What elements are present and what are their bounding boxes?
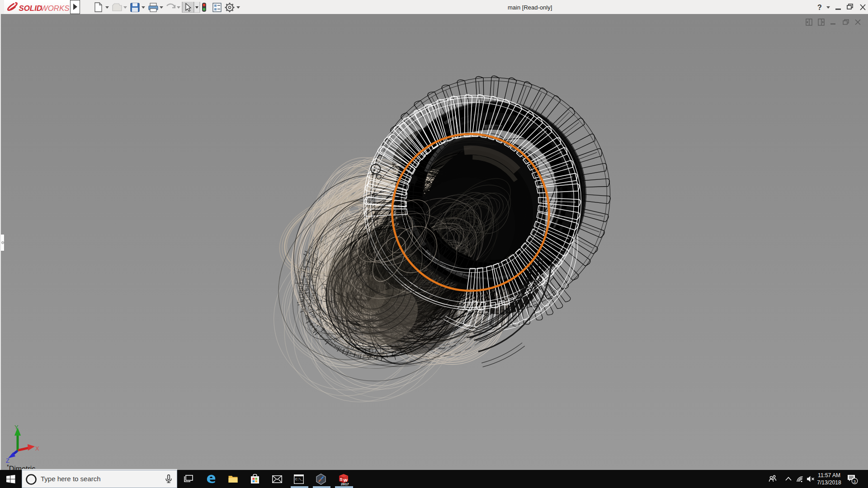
svg-text:X: X <box>35 445 39 452</box>
svg-text:SOLID: SOLID <box>19 4 42 13</box>
svg-text:2017: 2017 <box>341 482 349 486</box>
svg-text:3: 3 <box>854 479 856 484</box>
svg-text:WORKS: WORKS <box>41 4 70 13</box>
svg-text:Y: Y <box>14 424 19 431</box>
svg-text:?: ? <box>817 4 822 11</box>
svg-text:C:\_: C:\_ <box>295 478 303 481</box>
svg-text:Z: Z <box>6 457 9 464</box>
svg-text:S: S <box>340 477 343 482</box>
